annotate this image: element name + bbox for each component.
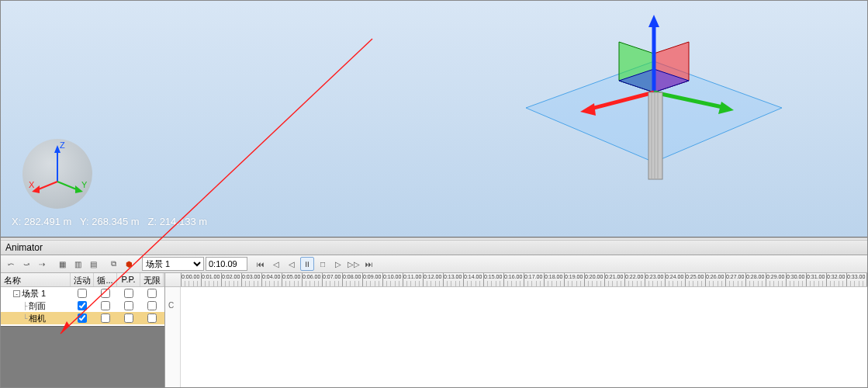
timeline-ruler[interactable]: 0:00.000:01.000:02.000:03.000:04.000:05.… [165, 273, 867, 287]
snap-3-button[interactable]: ▤ [86, 257, 100, 271]
time-input[interactable] [206, 257, 247, 271]
ruler-tick-label: 0:24.00 [666, 274, 683, 279]
capture-button[interactable]: ⧉ [106, 257, 120, 271]
svg-line-4 [57, 182, 78, 190]
ruler-tick-label: 0:14.00 [464, 274, 482, 279]
ruler-tick-label: 0:18.00 [545, 274, 562, 279]
tree-branch-icon: ├ [22, 302, 27, 310]
history-back-button[interactable]: ⤺ [4, 257, 18, 271]
pause-button[interactable]: ⏸ [300, 257, 314, 271]
snap-2-button[interactable]: ▥ [71, 257, 85, 271]
tree-branch-icon: └ [22, 314, 27, 322]
svg-text:Y: Y [81, 180, 88, 189]
panel-title: Animator [1, 241, 867, 255]
col-name[interactable]: 名称 [1, 273, 71, 286]
col-pp[interactable]: P.P. [117, 273, 140, 286]
play-button[interactable]: ▷ [331, 257, 345, 271]
ruler-tick-label: 0:31.00 [807, 274, 825, 279]
ruler-tick-label: 0:26.00 [706, 274, 724, 279]
checkbox-infinite[interactable] [147, 289, 157, 298]
expander-icon[interactable]: - [13, 290, 20, 297]
checkbox-pp[interactable] [124, 301, 133, 310]
svg-marker-14 [648, 15, 659, 27]
ruler-tick-label: 0:07.00 [323, 274, 341, 279]
ruler-tick-label: 0:02.00 [222, 274, 240, 279]
checkbox-pp[interactable] [124, 314, 133, 323]
tree-row-label: 场景 1 [22, 288, 46, 300]
ruler-tick-label: 0:09.00 [363, 274, 381, 279]
ruler-tick-label: 0:29.00 [766, 274, 784, 279]
stop-button[interactable]: □ [316, 257, 330, 271]
checkbox-active[interactable] [78, 314, 87, 323]
coordinate-readout: X: 282.491 m Y: 268.345 m Z: 214.133 m [12, 216, 207, 227]
ruler-tick-label: 0:15.00 [484, 274, 502, 279]
ruler-tick-label: 0:03.00 [242, 274, 260, 279]
scene-transform-gizmo[interactable] [518, 15, 790, 193]
ruler-tick-label: 0:23.00 [645, 274, 663, 279]
ruler-tick-label: 0:25.00 [686, 274, 704, 279]
ruler-tick-label: 0:12.00 [424, 274, 441, 279]
history-fwd-button[interactable]: ⤻ [19, 257, 33, 271]
checkbox-loop[interactable] [101, 314, 110, 323]
next-key-button[interactable]: ▷▷ [347, 257, 361, 271]
svg-text:Z: Z [60, 140, 65, 150]
tree-row-label: 剖面 [29, 300, 46, 312]
ruler-tick-label: 0:33.00 [847, 274, 865, 279]
checkbox-infinite[interactable] [147, 301, 157, 310]
ruler-tick-label: 0:11.00 [403, 274, 421, 279]
checkbox-loop[interactable] [101, 289, 110, 298]
ruler-tick-label: 0:13.00 [444, 274, 462, 279]
tree-row[interactable]: └相机 [1, 312, 164, 324]
ruler-tick-label: 0:19.00 [565, 274, 583, 279]
prev-key-button[interactable]: ◁ [269, 257, 283, 271]
first-frame-button[interactable]: ⏮ [254, 257, 268, 271]
record-button[interactable]: ⬢ [122, 257, 136, 271]
scene-tree-pane: 名称 活动 循... P.P. 无限 -场景 1├剖面└相机 [1, 273, 165, 387]
step-back-button[interactable]: ◁ [285, 257, 299, 271]
orientation-gizmo[interactable]: Z X Y [22, 139, 92, 209]
ruler-tick-label: 0:04.00 [262, 274, 280, 279]
last-frame-button[interactable]: ⏭ [362, 257, 376, 271]
tree-row[interactable]: ├剖面 [1, 300, 164, 312]
ruler-tick-label: 0:08.00 [343, 274, 361, 279]
svg-rect-19 [648, 92, 662, 179]
ruler-tick-label: 0:01.00 [202, 274, 220, 279]
animator-toolbar: ⤺ ⤻ ⇢ ▦ ▥ ▤ ⧉ ⬢ 场景 1 ⏮ ◁ ◁ ⏸ □ ▷ ▷▷ ⏭ [1, 255, 867, 273]
scene-select[interactable]: 场景 1 [142, 257, 204, 271]
checkbox-infinite[interactable] [147, 314, 157, 323]
ruler-tick-label: 0:17.00 [524, 274, 542, 279]
tree-empty-area [1, 326, 164, 387]
ruler-tick-label: 0:27.00 [726, 274, 744, 279]
tree-row[interactable]: -场景 1 [1, 287, 164, 300]
col-active[interactable]: 活动 [71, 273, 94, 286]
ruler-tick-label: 0:10.00 [383, 274, 401, 279]
checkbox-pp[interactable] [124, 289, 133, 298]
ruler-tick-label: 0:30.00 [787, 274, 804, 279]
svg-line-2 [36, 182, 57, 190]
timeline-pane[interactable]: 0:00.000:01.000:02.000:03.000:04.000:05.… [165, 273, 867, 387]
collapse-mark[interactable]: C [168, 301, 174, 310]
ruler-tick-label: 0:21.00 [605, 274, 623, 279]
tree-header: 名称 活动 循... P.P. 无限 [1, 273, 164, 287]
checkbox-active[interactable] [78, 289, 87, 298]
ruler-tick-label: 0:00.00 [182, 274, 199, 279]
checkbox-loop[interactable] [101, 301, 110, 310]
ruler-tick-label: 0:16.00 [504, 274, 522, 279]
ruler-tick-label: 0:22.00 [625, 274, 643, 279]
checkbox-active[interactable] [78, 301, 87, 310]
snap-1-button[interactable]: ▦ [55, 257, 69, 271]
ruler-tick-label: 0:06.00 [303, 274, 320, 279]
link-button[interactable]: ⇢ [35, 257, 49, 271]
viewport-3d[interactable]: Z X Y X: 282.491 m Y: 268.345 m Z: 214.1… [1, 1, 867, 237]
col-infinite[interactable]: 无限 [140, 273, 164, 286]
ruler-tick-label: 0:32.00 [827, 274, 845, 279]
ruler-tick-label: 0:28.00 [746, 274, 764, 279]
tree-row-label: 相机 [29, 313, 46, 324]
svg-text:X: X [29, 180, 35, 189]
ruler-tick-label: 0:05.00 [282, 274, 300, 279]
col-loop[interactable]: 循... [94, 273, 117, 286]
ruler-tick-label: 0:20.00 [585, 274, 603, 279]
